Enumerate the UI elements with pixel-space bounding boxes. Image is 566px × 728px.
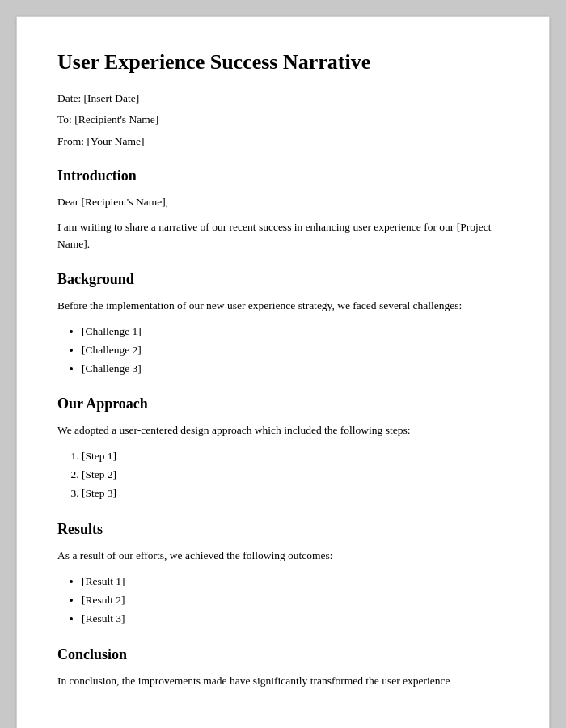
list-item: [Step 1]: [82, 447, 509, 466]
introduction-body: I am writing to share a narrative of our…: [57, 219, 509, 253]
list-item: [Step 3]: [82, 485, 509, 503]
introduction-heading: Introduction: [57, 167, 509, 184]
from-line: From: [Your Name]: [57, 133, 509, 150]
date-line: Date: [Insert Date]: [57, 91, 509, 107]
list-item: [Challenge 3]: [82, 360, 509, 379]
results-intro: As a result of our efforts, we achieved …: [57, 548, 509, 565]
challenges-list: [Challenge 1] [Challenge 2] [Challenge 3…: [82, 323, 509, 379]
list-item: [Result 3]: [82, 610, 509, 629]
approach-heading: Our Approach: [57, 396, 509, 413]
results-list: [Result 1] [Result 2] [Result 3]: [82, 573, 509, 629]
approach-intro: We adopted a user-centered design approa…: [57, 422, 509, 439]
document-title: User Experience Success Narrative: [57, 49, 509, 74]
introduction-greeting: Dear [Recipient's Name],: [57, 194, 509, 211]
list-item: [Step 2]: [82, 466, 509, 485]
results-heading: Results: [57, 521, 509, 538]
list-item: [Result 1]: [82, 573, 509, 591]
background-intro: Before the implementation of our new use…: [57, 298, 509, 315]
list-item: [Result 2]: [82, 591, 509, 610]
conclusion-heading: Conclusion: [57, 646, 509, 663]
list-item: [Challenge 2]: [82, 341, 509, 360]
background-heading: Background: [57, 271, 509, 288]
list-item: [Challenge 1]: [82, 323, 509, 341]
conclusion-body: In conclusion, the improvements made hav…: [57, 673, 509, 690]
document: User Experience Success Narrative Date: …: [16, 16, 550, 728]
to-line: To: [Recipient's Name]: [57, 112, 509, 128]
steps-list: [Step 1] [Step 2] [Step 3]: [82, 447, 509, 503]
